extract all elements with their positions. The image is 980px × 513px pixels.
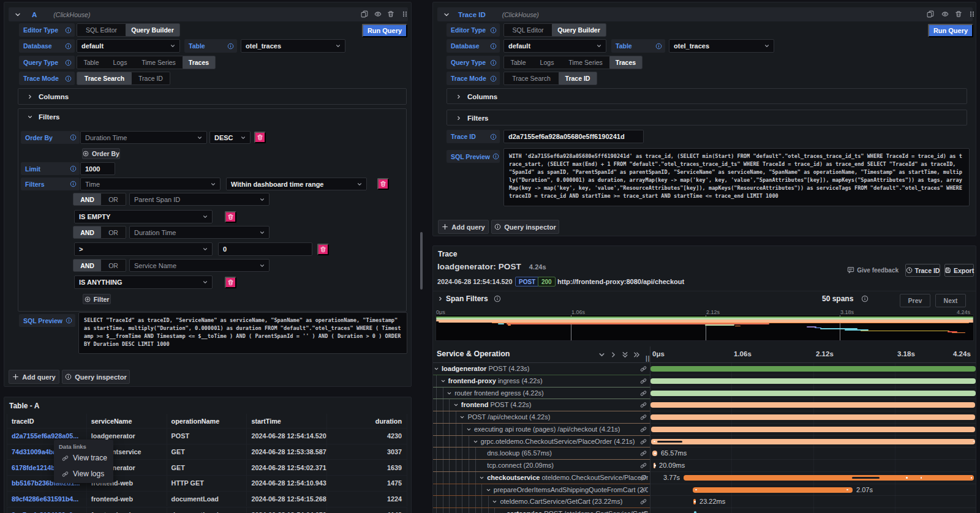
span-name-cell[interactable]: POST /api/checkout (4.22s) bbox=[433, 411, 650, 424]
span-name-cell[interactable]: dns.lookup (65.57ms) bbox=[433, 447, 650, 460]
add-query-button[interactable]: Add query bbox=[9, 370, 59, 384]
remove-condition-button[interactable] bbox=[225, 211, 236, 223]
trace-id-link[interactable]: 89cf4286e631591b4... bbox=[12, 495, 78, 503]
condition-field-select[interactable]: Parent Span ID bbox=[129, 193, 270, 206]
info-icon[interactable] bbox=[861, 295, 869, 302]
filter-time-value-select[interactable]: Within dashboard time range bbox=[226, 178, 367, 190]
trace-panel-title[interactable]: Trace bbox=[438, 250, 457, 258]
span-duration-bar[interactable] bbox=[684, 475, 974, 481]
span-row[interactable]: executing api route (pages) /api/checkou… bbox=[433, 424, 976, 436]
span-duration-bar[interactable] bbox=[650, 414, 975, 420]
span-duration-bar[interactable] bbox=[651, 427, 976, 432]
table-panel-title[interactable]: Table - A bbox=[9, 402, 39, 410]
span-name-cell[interactable]: router frontend egress (4.22s) bbox=[433, 388, 650, 400]
trace-id-button[interactable]: Trace ID bbox=[905, 264, 940, 277]
order-by-field-select[interactable]: Duration Time bbox=[80, 131, 207, 144]
trace-mode-option-trace-id[interactable]: Trace ID bbox=[132, 72, 170, 84]
filters-section[interactable]: Filters bbox=[447, 110, 967, 125]
info-icon[interactable] bbox=[494, 295, 501, 302]
condition-field-select[interactable]: Duration Time bbox=[129, 226, 270, 239]
span-name-cell[interactable]: cartservice POST /oteldemo.CartService/G… bbox=[433, 508, 650, 513]
remove-query-icon[interactable] bbox=[955, 10, 962, 18]
and-option[interactable]: AND bbox=[74, 227, 101, 238]
span-name-cell[interactable]: executing api route (pages) /api/checkou… bbox=[433, 424, 650, 436]
query-type-option-time-series[interactable]: Time Series bbox=[135, 56, 183, 69]
span-collapse-chevron-icon[interactable] bbox=[453, 402, 459, 408]
span-name-cell[interactable]: frontend-proxy ingress (4.22s) bbox=[433, 375, 650, 388]
info-icon[interactable] bbox=[65, 75, 72, 82]
span-row[interactable]: oteldemo.CartService/GetCart (23.22ms)23… bbox=[433, 496, 976, 508]
add-query-button[interactable]: Add query bbox=[438, 220, 489, 234]
table-select[interactable]: otel_traces bbox=[669, 39, 774, 53]
filter-time-field-select[interactable]: Time bbox=[80, 178, 221, 190]
span-duration-bar[interactable] bbox=[650, 378, 976, 384]
remove-order-by-button[interactable] bbox=[254, 132, 266, 143]
query-type-option-table[interactable]: Table bbox=[77, 56, 105, 69]
span-link-icon[interactable] bbox=[640, 462, 647, 469]
span-row[interactable]: frontend POST (4.22s) bbox=[433, 399, 976, 411]
and-option[interactable]: AND bbox=[74, 260, 101, 271]
span-link-icon[interactable] bbox=[640, 426, 647, 433]
drag-query-icon[interactable] bbox=[968, 10, 976, 18]
remove-query-icon[interactable] bbox=[387, 10, 394, 18]
hide-query-icon[interactable] bbox=[374, 10, 382, 18]
columns-section[interactable]: Columns bbox=[447, 88, 967, 104]
add-filter-button[interactable]: Filter bbox=[83, 294, 111, 304]
span-collapse-chevron-icon[interactable] bbox=[434, 366, 439, 372]
split-pane-handle[interactable] bbox=[420, 232, 423, 290]
query-type-option-time-series[interactable]: Time Series bbox=[562, 56, 609, 69]
span-link-icon[interactable] bbox=[640, 390, 647, 397]
add-order-by-button[interactable]: Order By bbox=[82, 148, 120, 159]
span-link-icon[interactable] bbox=[640, 365, 647, 372]
info-icon[interactable] bbox=[70, 165, 77, 172]
remove-condition-button[interactable] bbox=[317, 244, 329, 255]
condition-operator-select[interactable]: IS ANYTHING bbox=[74, 275, 213, 289]
or-option[interactable]: OR bbox=[101, 260, 126, 271]
query-row-header-left[interactable]: A (ClickHouse) bbox=[9, 7, 408, 21]
view-trace-menu-item[interactable]: View trace bbox=[54, 450, 113, 466]
expand-one-icon[interactable] bbox=[609, 351, 617, 359]
query-type-option-table[interactable]: Table bbox=[504, 56, 532, 69]
or-option[interactable]: OR bbox=[101, 227, 126, 238]
editor-type-option-query-builder[interactable]: Query Builder bbox=[126, 24, 179, 36]
span-collapse-chevron-icon[interactable] bbox=[486, 487, 491, 493]
span-collapse-chevron-icon[interactable] bbox=[492, 499, 497, 504]
info-icon[interactable] bbox=[490, 59, 497, 66]
collapse-one-icon[interactable] bbox=[598, 351, 606, 359]
info-icon[interactable] bbox=[490, 133, 497, 140]
span-row[interactable]: POST /api/checkout (4.22s) bbox=[433, 411, 976, 424]
query-type-option-logs[interactable]: Logs bbox=[105, 56, 135, 69]
trace-id-input[interactable]: d2a7155ef6a928a05680e5ff6190241d bbox=[503, 130, 644, 143]
span-row[interactable]: router frontend egress (4.22s) bbox=[433, 388, 976, 400]
span-duration-bar[interactable] bbox=[650, 402, 975, 408]
editor-type-option-sql-editor[interactable]: SQL Editor bbox=[504, 24, 552, 36]
trace-mode-option-trace-id[interactable]: Trace ID bbox=[559, 72, 597, 84]
span-name-cell[interactable]: grpc.oteldemo.CheckoutService/PlaceOrder… bbox=[433, 436, 650, 448]
info-icon[interactable] bbox=[492, 153, 499, 160]
database-select[interactable]: default bbox=[77, 39, 180, 53]
prev-span-button[interactable]: Prev bbox=[900, 294, 930, 307]
span-row[interactable]: frontend-proxy ingress (4.22s) bbox=[433, 375, 976, 388]
span-collapse-chevron-icon[interactable] bbox=[447, 391, 452, 396]
span-link-icon[interactable] bbox=[640, 414, 647, 421]
info-icon[interactable] bbox=[490, 75, 497, 82]
condition-field-select[interactable]: Service Name bbox=[129, 259, 270, 272]
span-duration-bar[interactable] bbox=[650, 366, 976, 372]
query-type-option-logs[interactable]: Logs bbox=[532, 56, 562, 69]
table-select[interactable]: otel_traces bbox=[241, 39, 345, 53]
collapse-chevron-icon[interactable] bbox=[14, 11, 21, 18]
trace-minimap[interactable] bbox=[435, 315, 974, 341]
or-option[interactable]: OR bbox=[101, 193, 126, 205]
and-option[interactable]: AND bbox=[74, 193, 101, 205]
span-collapse-chevron-icon[interactable] bbox=[473, 439, 478, 444]
query-type-option-traces[interactable]: Traces bbox=[609, 56, 642, 69]
query-inspector-button[interactable]: Query inspector bbox=[62, 370, 130, 384]
info-icon[interactable] bbox=[66, 317, 72, 324]
order-by-direction-select[interactable]: DESC bbox=[209, 131, 251, 144]
span-name-cell[interactable]: prepareOrderItemsAndShippingQuoteFromCar… bbox=[433, 484, 650, 496]
span-name-cell[interactable]: loadgenerator POST (4.23s) bbox=[433, 363, 650, 375]
span-link-icon[interactable] bbox=[640, 450, 647, 457]
span-collapse-chevron-icon[interactable] bbox=[466, 427, 472, 432]
span-row[interactable]: prepareOrderItemsAndShippingQuoteFromCar… bbox=[433, 484, 976, 496]
span-duration-bar[interactable] bbox=[693, 487, 853, 493]
